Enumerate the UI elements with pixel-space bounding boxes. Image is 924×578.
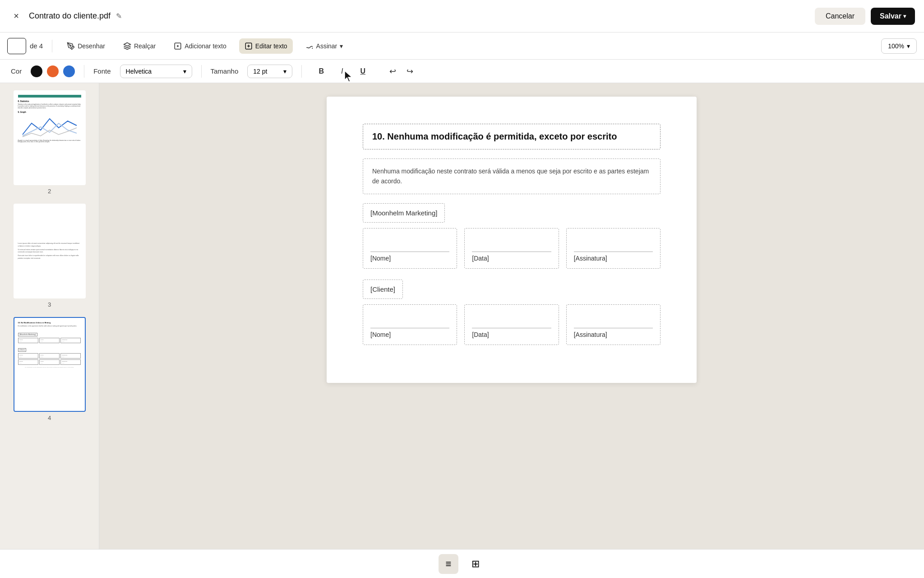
close-button[interactable]: × — [9, 9, 23, 23]
client-signature-section: [Cliente] [Nome] [Data] [Assinatura] — [363, 280, 661, 345]
highlight-tool-button[interactable]: Realçar — [118, 38, 161, 54]
document-area: 10. Nenhuma modificação é permitida, exc… — [99, 83, 924, 549]
company-date-line — [472, 252, 551, 252]
client-sig-line — [574, 328, 653, 328]
thumbnail-page-4[interactable]: 10. No Modifications Unless in Writing N… — [5, 317, 93, 421]
thumbnail-page-number-4: 4 — [48, 415, 51, 421]
company-name-label: [Nome] — [370, 255, 449, 262]
client-date-label: [Data] — [472, 331, 551, 338]
section-heading-text: 10. Nenhuma modificação é permitida, exc… — [372, 131, 617, 141]
section-body-box[interactable]: Nenhuma modificação neste contrato será … — [363, 158, 661, 194]
font-label: Fonte — [93, 67, 111, 75]
thumbnail-image-2: 8. Statistics Statistics is the study an… — [14, 90, 86, 185]
draw-icon — [67, 42, 75, 50]
toolbar-right: 100% ▾ — [881, 38, 917, 54]
company-date-cell[interactable]: [Data] — [464, 228, 559, 269]
app-header: × Contrato do cliente.pdf ✎ Cancelar Sal… — [0, 0, 924, 33]
page-sidebar: 8. Statistics Statistics is the study an… — [0, 83, 99, 549]
thumbnail-image-3: Lorem ipsum dolor sit amet consectetur a… — [14, 204, 86, 298]
zoom-chevron-icon: ▾ — [907, 42, 910, 50]
draw-tool-button[interactable]: Desenhar — [61, 38, 111, 54]
thumbnail-page-2[interactable]: 8. Statistics Statistics is the study an… — [5, 90, 93, 195]
company-signature-section: [Moonhelm Marketing] [Nome] [Data] [Assi… — [363, 203, 661, 269]
client-name-line — [370, 328, 449, 328]
company-label-box[interactable]: [Moonhelm Marketing] — [363, 203, 445, 223]
header-right: Cancelar Salvar ▾ — [815, 8, 915, 25]
svg-point-0 — [70, 45, 71, 46]
company-label: [Moonhelm Marketing] — [370, 209, 437, 217]
format-divider-3 — [301, 65, 302, 78]
page-separator: de 4 — [30, 42, 43, 50]
document-title: Contrato do cliente.pdf — [29, 11, 111, 21]
client-name-label: [Nome] — [370, 331, 449, 338]
main-area: 8. Statistics Statistics is the study an… — [0, 83, 924, 549]
company-sig-line — [574, 252, 653, 252]
format-divider-2 — [201, 65, 202, 78]
main-toolbar: 4 de 4 Desenhar Realçar Adicionar texto — [0, 33, 924, 60]
thumbnail-page-3[interactable]: Lorem ipsum dolor sit amet consectetur a… — [5, 204, 93, 308]
format-bar: Cor Fonte Helvetica ▾ Tamanho 12 pt ▾ B … — [0, 60, 924, 83]
company-signature-row: [Nome] [Data] [Assinatura] — [363, 228, 661, 269]
client-signature-label: [Assinatura] — [574, 331, 653, 338]
thumbnail-page-number-2: 2 — [48, 188, 51, 195]
page-canvas: 10. Nenhuma modificação é permitida, exc… — [327, 97, 697, 383]
undo-redo-controls: ↩ ↪ — [386, 65, 416, 78]
save-button[interactable]: Salvar ▾ — [871, 8, 915, 25]
font-dropdown-chevron: ▾ — [183, 68, 186, 75]
client-label: [Cliente] — [370, 285, 395, 293]
company-signature-cell[interactable]: [Assinatura] — [566, 228, 661, 269]
client-name-cell[interactable]: [Nome] — [363, 304, 457, 345]
save-dropdown-chevron: ▾ — [903, 13, 906, 19]
undo-button[interactable]: ↩ — [386, 65, 399, 78]
grid-view-button[interactable]: ⊞ — [466, 554, 485, 574]
page-number-input[interactable]: 4 — [7, 38, 26, 54]
toolbar-left: 4 de 4 Desenhar Realçar Adicionar texto — [7, 38, 881, 54]
company-date-label: [Data] — [472, 255, 551, 262]
client-signature-row: [Nome] [Data] [Assinatura] — [363, 304, 661, 345]
italic-button[interactable]: I — [335, 65, 349, 78]
grid-view-icon: ⊞ — [471, 558, 480, 570]
page-navigation: 4 de 4 — [7, 38, 43, 54]
sign-icon — [305, 42, 314, 50]
cancel-button[interactable]: Cancelar — [815, 8, 865, 25]
redo-button[interactable]: ↪ — [403, 65, 416, 78]
client-date-cell[interactable]: [Data] — [464, 304, 559, 345]
edit-text-icon — [245, 42, 253, 50]
size-selector[interactable]: 12 pt ▾ — [247, 65, 292, 78]
thumbnail-page-number-3: 3 — [48, 301, 51, 308]
sign-chevron-icon: ▾ — [340, 42, 343, 50]
add-text-icon — [174, 42, 182, 50]
list-view-icon: ≡ — [446, 558, 452, 570]
client-date-line — [472, 328, 551, 328]
company-name-cell[interactable]: [Nome] — [363, 228, 457, 269]
format-actions: B I U — [314, 65, 370, 78]
edit-title-icon[interactable]: ✎ — [116, 12, 122, 20]
client-label-box[interactable]: [Cliente] — [363, 280, 403, 299]
zoom-selector[interactable]: 100% ▾ — [881, 38, 917, 54]
section-body-text: Nenhuma modificação neste contrato será … — [372, 168, 649, 185]
color-swatches — [31, 65, 75, 77]
thumbnail-image-4: 10. No Modifications Unless in Writing N… — [14, 317, 86, 412]
size-label: Tamanho — [211, 67, 239, 75]
format-divider-1 — [84, 65, 84, 78]
client-signature-cell[interactable]: [Assinatura] — [566, 304, 661, 345]
underline-button[interactable]: U — [356, 65, 370, 78]
color-label: Cor — [11, 67, 22, 75]
toolbar-divider-1 — [52, 40, 52, 52]
company-signature-label: [Assinatura] — [574, 255, 653, 262]
size-dropdown-chevron: ▾ — [283, 68, 286, 75]
add-text-tool-button[interactable]: Adicionar texto — [168, 38, 232, 54]
font-selector[interactable]: Helvetica ▾ — [120, 65, 192, 78]
section-heading-box[interactable]: 10. Nenhuma modificação é permitida, exc… — [363, 124, 661, 149]
color-swatch-blue[interactable] — [63, 65, 75, 77]
sign-tool-button[interactable]: Assinar ▾ — [300, 38, 349, 54]
bottom-navigation: ≡ ⊞ — [0, 549, 924, 578]
highlight-icon — [123, 42, 131, 50]
list-view-button[interactable]: ≡ — [439, 554, 458, 574]
header-left: × Contrato do cliente.pdf ✎ — [9, 9, 122, 23]
color-swatch-black[interactable] — [31, 65, 42, 77]
edit-text-tool-button[interactable]: Editar texto — [239, 38, 293, 54]
bold-button[interactable]: B — [314, 65, 328, 78]
color-swatch-orange[interactable] — [47, 65, 59, 77]
company-name-line — [370, 252, 449, 252]
